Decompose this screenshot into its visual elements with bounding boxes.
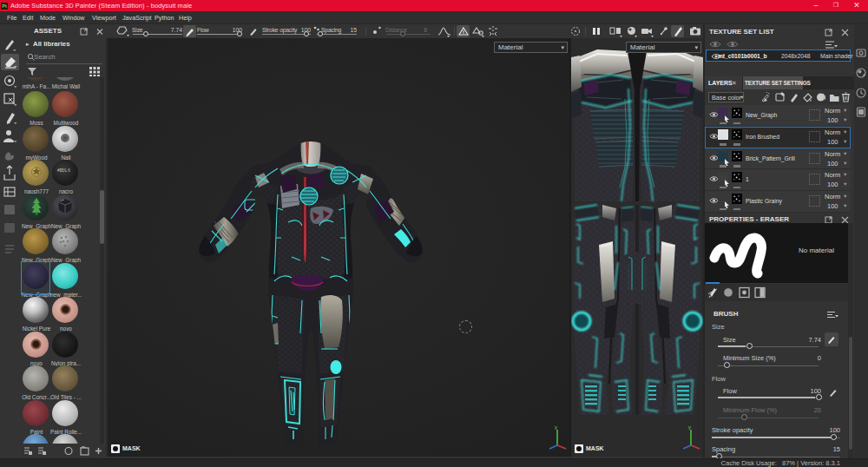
svg-text:y: y — [555, 424, 557, 430]
svg-text:#$5/L 6: #$5/L 6 — [57, 168, 70, 173]
svg-text:y: y — [688, 424, 691, 430]
